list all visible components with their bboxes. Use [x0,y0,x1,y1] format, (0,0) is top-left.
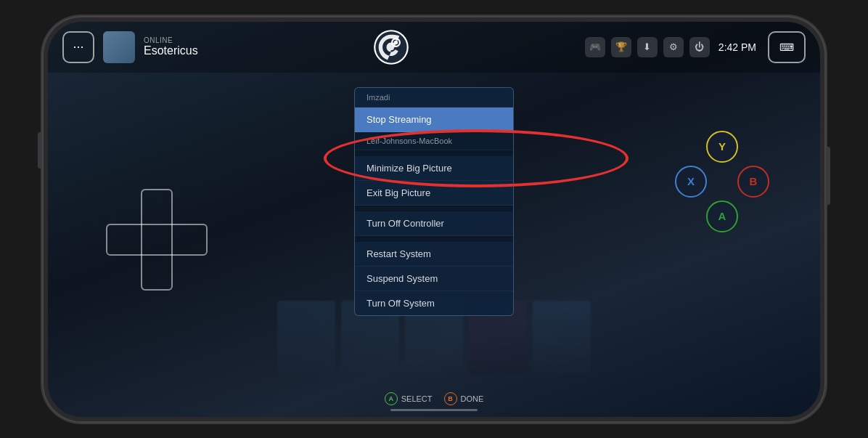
svg-point-3 [394,40,398,44]
turn-off-controller-button[interactable]: Turn Off Controller [355,211,513,236]
stop-streaming-button[interactable]: Stop Streaming [355,108,513,132]
user-info: Online Esotericus [144,36,198,57]
menu-separator-3 [355,236,513,242]
top-bar-center [198,28,585,66]
menu-separator-2 [355,206,513,211]
gamepad-icon: 🎮 [585,37,605,57]
exit-big-picture-button[interactable]: Exit Big Picture [355,181,513,206]
phone-frame: ··· Online Esotericus [42,16,826,423]
menu-header: Imzadi [355,88,513,108]
dpad[interactable] [106,189,208,291]
hint-a-button: A [385,392,398,405]
time-display: 2:42 PM [718,41,756,53]
hint-b-button: B [444,392,457,405]
user-name: Esotericus [144,44,198,57]
bottom-hints-bar: A SELECT B DONE [48,392,820,405]
steam-logo-icon [372,28,410,66]
menu-separator-1 [355,150,513,156]
turn-off-system-button[interactable]: Turn Off System [355,291,513,315]
menu-sub-header: Leif-Johnsons-MacBook [355,132,513,150]
dpad-vertical [141,189,173,291]
scroll-indicator [390,409,478,411]
a-button[interactable]: A [706,200,738,232]
keyboard-icon: ⌨ [779,41,794,53]
power-icon: ⏻ [689,37,710,57]
trophy-icon: 🏆 [611,37,631,57]
steam-menu-popup: Imzadi Stop Streaming Leif-Johnsons-MacB… [354,87,514,316]
top-bar: ··· Online Esotericus [48,22,820,73]
hint-done-label: DONE [461,394,484,403]
suspend-system-button[interactable]: Suspend System [355,267,513,291]
volume-button[interactable] [38,132,42,169]
minimize-big-picture-button[interactable]: Minimize Big Picture [355,156,513,181]
avatar-image [103,31,135,63]
restart-system-button[interactable]: Restart System [355,242,513,267]
hint-select: A SELECT [385,392,433,405]
b-button[interactable]: B [737,166,769,198]
phone-screen: ··· Online Esotericus [48,22,820,417]
power-button[interactable] [826,147,830,205]
face-buttons: Y X B A [675,131,769,232]
top-bar-left: ··· Online Esotericus [62,31,198,63]
hint-select-label: SELECT [401,394,433,403]
x-button[interactable]: X [675,166,707,198]
download-icon: ⬇ [637,37,658,57]
avatar [103,31,135,63]
hint-done: B DONE [444,392,484,405]
menu-button[interactable]: ··· [62,31,94,63]
top-bar-right: 🎮 🏆 ⬇ ⚙ ⏻ 2:42 PM ⌨ [585,31,806,63]
y-button[interactable]: Y [706,131,738,163]
user-status: Online [144,36,198,44]
keyboard-button[interactable]: ⌨ [768,31,806,63]
settings-icon: ⚙ [663,37,684,57]
